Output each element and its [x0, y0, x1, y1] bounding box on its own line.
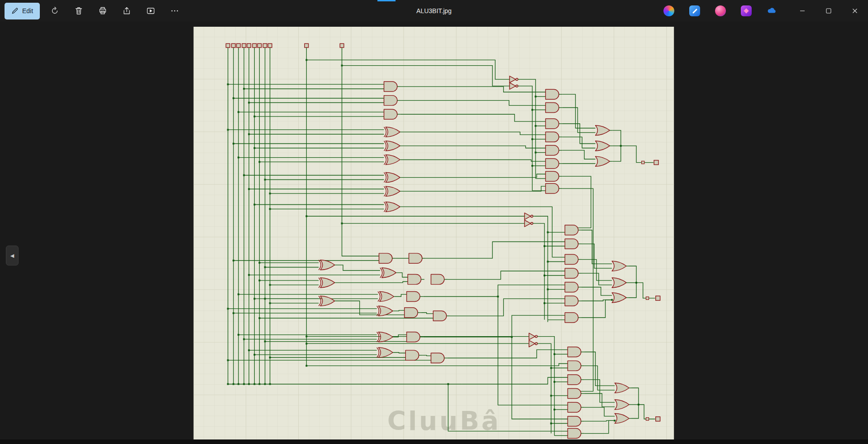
close-icon [850, 6, 859, 15]
app-shortcut-icons [663, 5, 777, 16]
minimize-icon [798, 6, 807, 15]
slideshow-icon [146, 6, 155, 15]
share-icon [122, 6, 131, 15]
schematic-image: CluuBâ [193, 27, 674, 439]
print-icon [98, 6, 107, 15]
edit-button-label: Edit [22, 7, 33, 14]
clipchamp-icon[interactable] [741, 5, 752, 16]
maximize-icon [824, 6, 833, 15]
edit-pencil-icon [11, 7, 19, 14]
titlebar-right [663, 0, 868, 22]
paint-edit-icon[interactable] [689, 5, 700, 16]
rotate-icon [50, 6, 59, 15]
viewer-canvas: ◀ CluuBâ [0, 22, 868, 439]
previous-arrow-icon: ◀ [10, 253, 14, 259]
image-frame[interactable]: CluuBâ [193, 27, 674, 439]
titlebar: Edit [0, 0, 868, 22]
delete-icon [74, 6, 83, 15]
window-title: ALU3BIT.jpg [416, 0, 452, 22]
minimize-button[interactable] [789, 0, 816, 22]
bottom-bar [0, 439, 868, 444]
onedrive-icon[interactable] [767, 5, 777, 16]
close-button[interactable] [842, 0, 868, 22]
delete-button[interactable] [70, 3, 88, 19]
maximize-button[interactable] [816, 0, 842, 22]
photos-app-window: Edit [0, 0, 868, 444]
designer-icon[interactable] [715, 5, 726, 16]
edit-button[interactable]: Edit [5, 3, 40, 19]
cloud-icon [767, 5, 777, 16]
more-button[interactable] [166, 3, 184, 19]
slideshow-button[interactable] [142, 3, 160, 19]
window-controls [789, 0, 868, 22]
rotate-button[interactable] [46, 3, 64, 19]
print-button[interactable] [94, 3, 112, 19]
share-button[interactable] [118, 3, 136, 19]
previous-image-button[interactable]: ◀ [6, 246, 19, 265]
toolbar: Edit [0, 3, 184, 19]
copilot-icon[interactable] [663, 5, 674, 16]
top-accent-indicator [377, 0, 396, 1]
more-icon [170, 6, 179, 15]
watermark-text: CluuBâ [387, 406, 501, 436]
